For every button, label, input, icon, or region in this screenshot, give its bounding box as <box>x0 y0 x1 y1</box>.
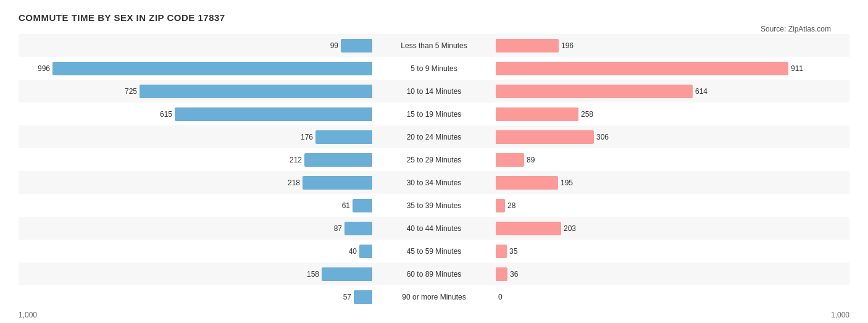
category-label: 25 to 29 Minutes <box>372 156 496 164</box>
right-section: 0 <box>496 285 849 308</box>
male-bar <box>175 107 372 121</box>
male-bar-wrap: 212 <box>19 152 372 168</box>
female-bar <box>496 267 507 281</box>
left-section: 212 <box>19 148 372 171</box>
female-value: 28 <box>507 201 526 210</box>
category-label: 5 to 9 Minutes <box>372 64 496 73</box>
female-value: 0 <box>498 293 517 301</box>
male-bar <box>52 62 372 75</box>
left-section: 40 <box>19 240 372 262</box>
female-bar <box>496 222 561 235</box>
male-bar-wrap: 40 <box>19 243 372 259</box>
chart-row: 40 45 to 59 Minutes 35 <box>19 240 849 262</box>
category-label: 20 to 24 Minutes <box>372 133 496 141</box>
male-bar <box>359 245 372 258</box>
female-bar-wrap: 89 <box>496 152 849 168</box>
male-value: 40 <box>338 247 357 256</box>
female-bar-wrap: 0 <box>496 289 849 305</box>
right-section: 36 <box>496 262 849 285</box>
female-bar <box>496 39 559 52</box>
female-bar-wrap: 195 <box>496 175 849 191</box>
chart-row: 61 35 to 39 Minutes 28 <box>19 194 849 217</box>
male-value: 99 <box>320 41 338 50</box>
chart-row: 57 90 or more Minutes 0 <box>19 285 849 308</box>
chart-title: COMMUTE TIME BY SEX IN ZIP CODE 17837 <box>19 12 849 23</box>
female-bar-wrap: 258 <box>496 106 849 122</box>
male-value: 218 <box>282 178 300 187</box>
chart-row: 87 40 to 44 Minutes 203 <box>19 217 849 240</box>
right-section: 196 <box>496 34 849 57</box>
male-bar <box>303 176 372 190</box>
male-bar <box>315 130 372 144</box>
female-bar <box>496 199 505 212</box>
male-bar <box>353 199 372 212</box>
male-value: 615 <box>154 110 172 119</box>
female-bar <box>496 130 594 144</box>
male-value: 212 <box>283 156 302 164</box>
category-label: 90 or more Minutes <box>372 293 496 301</box>
female-value: 614 <box>695 87 714 96</box>
chart-row: 615 15 to 19 Minutes 258 <box>19 103 849 125</box>
male-value: 996 <box>31 64 50 73</box>
category-label: Less than 5 Minutes <box>372 41 496 50</box>
male-bar-wrap: 996 <box>19 61 372 77</box>
left-section: 61 <box>19 194 372 217</box>
category-label: 35 to 39 Minutes <box>372 201 496 210</box>
female-value: 203 <box>564 224 582 233</box>
female-value: 195 <box>561 178 579 187</box>
chart-row: 176 20 to 24 Minutes 306 <box>19 125 849 148</box>
chart-row: 218 30 to 34 Minutes 195 <box>19 171 849 194</box>
female-value: 36 <box>510 270 528 279</box>
left-section: 725 <box>19 80 372 103</box>
male-value: 725 <box>119 87 137 96</box>
right-section: 614 <box>496 80 849 103</box>
right-section: 911 <box>496 57 849 80</box>
male-bar-wrap: 176 <box>19 129 372 145</box>
male-bar <box>140 85 372 98</box>
female-bar-wrap: 306 <box>496 129 849 145</box>
chart-row: 212 25 to 29 Minutes 89 <box>19 148 849 171</box>
male-bar-wrap: 61 <box>19 198 372 214</box>
female-value: 196 <box>561 41 580 50</box>
left-section: 99 <box>19 34 372 57</box>
right-section: 28 <box>496 194 849 217</box>
right-section: 195 <box>496 171 849 194</box>
right-section: 306 <box>496 125 849 148</box>
source-label: Source: ZipAtlas.com <box>761 25 831 33</box>
male-value: 158 <box>301 270 319 279</box>
left-section: 87 <box>19 217 372 240</box>
category-label: 30 to 34 Minutes <box>372 178 496 187</box>
female-bar <box>496 245 507 258</box>
right-section: 89 <box>496 148 849 171</box>
female-value: 911 <box>791 64 809 73</box>
female-bar-wrap: 911 <box>496 61 849 77</box>
chart-area: 99 Less than 5 Minutes 196 996 5 to 9 Mi… <box>19 34 849 308</box>
right-section: 35 <box>496 240 849 262</box>
male-value: 61 <box>332 201 350 210</box>
chart-row: 996 5 to 9 Minutes 911 <box>19 57 849 80</box>
female-bar-wrap: 35 <box>496 243 849 259</box>
male-bar <box>304 153 372 167</box>
female-value: 306 <box>596 133 615 141</box>
chart-row: 158 60 to 89 Minutes 36 <box>19 262 849 285</box>
male-bar <box>322 267 372 281</box>
left-section: 158 <box>19 262 372 285</box>
female-bar <box>496 62 788 75</box>
axis-labels: 1,000 1,000 <box>19 311 849 319</box>
axis-left: 1,000 <box>19 311 375 319</box>
male-value: 87 <box>323 224 342 233</box>
left-section: 57 <box>19 285 372 308</box>
male-bar-wrap: 99 <box>19 38 372 54</box>
female-bar <box>496 85 693 98</box>
female-bar-wrap: 614 <box>496 83 849 99</box>
male-bar <box>354 290 372 304</box>
category-label: 10 to 14 Minutes <box>372 87 496 96</box>
chart-row: 725 10 to 14 Minutes 614 <box>19 80 849 103</box>
left-section: 615 <box>19 103 372 125</box>
female-bar <box>496 153 524 167</box>
male-bar-wrap: 87 <box>19 220 372 237</box>
female-bar-wrap: 28 <box>496 198 849 214</box>
female-value: 89 <box>527 156 545 164</box>
axis-right: 1,000 <box>493 311 849 319</box>
male-bar-wrap: 57 <box>19 289 372 305</box>
